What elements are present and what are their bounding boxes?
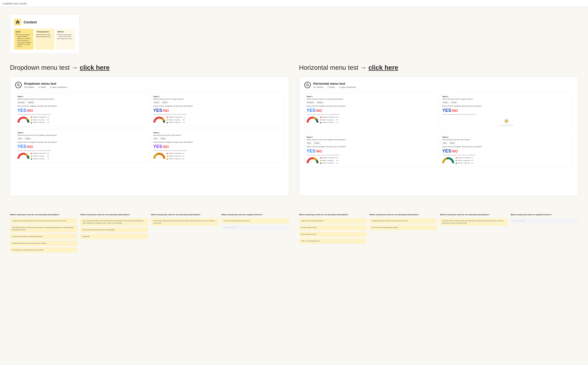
horizontal-click-here-link[interactable]: click here [368, 64, 398, 71]
dropdown-col-4: Where would you look for unpaid invoices… [221, 214, 289, 253]
horizontal-q1-label: Where would you look for car warranty in… [299, 214, 367, 216]
horizontal-response-6: It was not easy to find the option direc… [370, 225, 437, 230]
tests-row: Dropdown menu test → click here Dropdown… [10, 64, 578, 196]
svg-point-1 [17, 84, 19, 86]
dropdown-heading: Dropdown menu test → click here [10, 64, 289, 72]
horizontal-preview-meta: 26 Testers 4 Tasks 5 open questions [313, 86, 356, 88]
dropdown-task-4: Task 4 How would you buy the winter whee… [151, 129, 284, 163]
home-icon [14, 19, 21, 26]
top-bar-label: Usability test results [2, 2, 27, 5]
dropdown-tasks: 4 Tasks [38, 86, 46, 88]
dropdown-preview-header: Dropdown menu test 26 Testers 4 Tasks 5 … [15, 82, 284, 91]
dropdown-response-10: At first I did not found the Invoice but… [221, 218, 289, 223]
dropdown-task-3: Task 3 Where would you look for the upda… [15, 129, 148, 163]
horizontal-preview-header: Horizontal menu test 26 Testers 4 Tasks … [304, 82, 573, 91]
horizontal-response-3: Was confusing to find it [299, 232, 367, 237]
horizontal-response-4: There is no information here. [299, 238, 367, 244]
context-cards-row: Goals To do a conversation with High Fid… [14, 29, 75, 50]
dropdown-q2-label: Where would you look for unpaid invoices… [221, 214, 289, 216]
dropdown-col-1: Where would you look for car warranty in… [10, 214, 77, 253]
dropdown-task-2: Task 2 Where would you look for unpaid i… [151, 93, 284, 127]
horizontal-task-2: Task 2 Where would you look for unpaid i… [440, 93, 573, 131]
horizontal-tasks-grid: Task 1 Where would you look for car warr… [304, 93, 573, 167]
horizontal-preview-title: Horizontal menu test [313, 82, 356, 85]
dropdown-testers: 26 Testers [24, 86, 34, 88]
dropdown-q1-label-2: Where would you look for car warranty in… [80, 214, 148, 216]
page-content: Context Goals To do a conversation with … [10, 14, 578, 258]
horizontal-tasks: 4 Tasks [327, 86, 335, 88]
dropdown-responses-row: Where would you look for car warranty in… [10, 214, 289, 253]
horizontal-response-2: No way needed it drove [299, 225, 367, 230]
dropdown-response-3: I assumed it was under my vehicle inform… [10, 234, 77, 239]
horizontal-col-4: Where would you look for unpaid invoices… [511, 214, 578, 244]
top-bar: Usability test results [0, 0, 588, 7]
dropdown-tasks-grid: Task 1 Where would you look for car warr… [15, 93, 284, 163]
horizontal-open-questions: 5 open questions [339, 86, 356, 88]
context-title: Context [24, 20, 37, 24]
horizontal-q1-label-3: Where would you look for car warranty in… [440, 214, 507, 216]
dropdown-task-1: Task 1 Where would you look for car warr… [15, 93, 148, 127]
dropdown-q1-label: Where would you look for car warranty in… [10, 214, 77, 216]
horizontal-responses: Where would you look for car warranty in… [299, 214, 578, 258]
horizontal-responses-row: Where would you look for car warranty in… [299, 214, 578, 244]
dropdown-response-7: The account section was easy for the hom… [80, 227, 148, 232]
dropdown-preview-card: Dropdown menu test 26 Testers 4 Tasks 5 … [10, 76, 289, 196]
dropdown-col-2: Where would you look for car warranty in… [80, 214, 148, 253]
horizontal-testers: 26 Testers [313, 86, 323, 88]
dropdown-response-5: The warranty is in the settings of my ca… [10, 247, 77, 253]
dropdown-response-4: I expected the warranty to be under my c… [10, 241, 77, 246]
horizontal-preview-card: Horizontal menu test 26 Testers 4 Tasks … [299, 76, 578, 196]
horizontal-response-7: I did feel I had to scroll a lot to get … [440, 218, 507, 226]
dropdown-response-11: No open responses [221, 225, 289, 230]
horizontal-task-1: Task 1 Where would you look for car warr… [304, 93, 437, 131]
horizontal-col-2: Where would you look for car warranty in… [370, 214, 437, 244]
horizontal-task-3: Task 3 Where would you look for the upda… [304, 134, 437, 167]
dropdown-open-questions: 5 open questions [50, 86, 67, 88]
dropdown-response-8: Needs title [80, 234, 148, 239]
svg-point-3 [306, 84, 308, 86]
dropdown-col-3: Where would you look for car warranty in… [151, 214, 218, 253]
context-goals-card: Goals To do a conversation with High Fid… [14, 29, 34, 50]
horizontal-response-8: No open responses [511, 218, 578, 223]
horizontal-response-1: I feel like it's one place first there? [299, 218, 367, 223]
dropdown-response-9: The warranty information was 'linked' to… [151, 218, 218, 226]
dropdown-responses: Where would you look for car warranty in… [10, 214, 289, 258]
horizontal-q1-label-2: Where would you look for car warranty in… [370, 214, 437, 216]
dropdown-click-here-link[interactable]: click here [80, 64, 109, 71]
horizontal-response-5: I would expected the option to be at the… [370, 218, 437, 223]
horizontal-test-section: Horizontal menu test → click here Horizo… [299, 64, 578, 196]
bottom-section: Where would you look for car warranty in… [10, 209, 578, 258]
svg-line-4 [308, 85, 309, 86]
horizontal-col-1: Where would you look for car warranty in… [299, 214, 367, 244]
dropdown-preview-meta: 26 Testers 4 Tasks 5 open questions [24, 86, 67, 88]
horizontal-heading: Horizontal menu test → click here [299, 64, 578, 72]
dropdown-preview-title: Dropdown menu test [24, 82, 67, 85]
dropdown-response-6: If not I we spoke a letter in the descri… [80, 218, 148, 226]
dropdown-response-2: Just allowed access a bit like I found a… [10, 225, 77, 232]
horizontal-preview-icon [304, 82, 311, 88]
dropdown-test-section: Dropdown menu test → click here Dropdown… [10, 64, 289, 196]
dropdown-response-1: I could not find any information about c… [10, 218, 77, 223]
svg-line-2 [19, 85, 20, 86]
dropdown-q1-label-3: Where would you look for car warranty in… [151, 214, 218, 216]
horizontal-col-3: Where would you look for car warranty in… [440, 214, 507, 244]
context-test-questions-card: Test Questions Improvements made Intuiti… [35, 29, 54, 50]
context-card: Context Goals To do a conversation with … [10, 14, 80, 54]
context-header: Context [14, 19, 75, 26]
horizontal-task-4: Task 4 How would you buy the winter whee… [440, 134, 573, 167]
context-method-card: Method A mix of both devices with the sa… [56, 29, 75, 50]
horizontal-task-2-no-data: 😏 No data to display yet... [442, 116, 571, 129]
dropdown-preview-icon [15, 82, 22, 88]
horizontal-q2-label: Where would you look for unpaid invoices… [511, 214, 578, 216]
